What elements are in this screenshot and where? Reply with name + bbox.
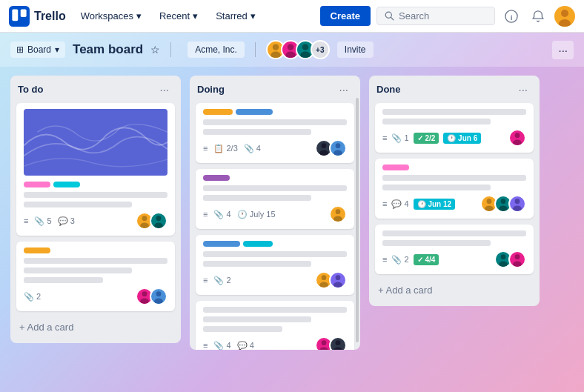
meta-attachments: 📎 4 [213, 210, 230, 219]
card-done-1-footer: ≡ 📎 1 ✓ 2/2 🕐 Jun 6 [382, 129, 526, 147]
card-doing-2[interactable]: ≡ 📎 4 🕐 July 15 [196, 169, 354, 229]
svg-point-28 [336, 209, 341, 214]
card-done-3-footer: ≡ 📎 2 ✓ 4/4 [382, 250, 526, 268]
workspaces-menu[interactable]: Workspaces ▾ [75, 7, 147, 24]
svg-point-41 [485, 206, 494, 212]
text-line [382, 175, 526, 181]
svg-point-32 [336, 275, 341, 280]
label-blue [203, 241, 240, 247]
card-todo-2-text [24, 258, 167, 283]
card-doing-4[interactable]: ≡ 📎 4 💬 4 [196, 301, 354, 350]
card-avatar [329, 271, 347, 289]
svg-point-21 [140, 299, 149, 305]
card-doing-2-footer: ≡ 📎 4 🕐 July 15 [203, 205, 347, 223]
card-todo-1[interactable]: ≡ 📎 5 💬 3 [16, 103, 175, 236]
starred-menu[interactable]: Starred ▾ [210, 7, 262, 24]
search-box[interactable]: Search [376, 7, 495, 25]
meta-attachments: 📎 1 [391, 133, 408, 143]
column-doing-menu[interactable]: ··· [334, 82, 353, 97]
text-line [203, 129, 311, 135]
card-avatar [508, 250, 526, 268]
meta-due-date: 🕐 July 15 [237, 210, 276, 219]
meta-attachments: 📎 2 [24, 292, 41, 302]
add-card-done[interactable]: + Add a card [375, 280, 534, 300]
text-line [382, 119, 491, 124]
column-done-title: Done [376, 84, 401, 95]
workspace-chip[interactable]: Acme, Inc. [188, 41, 245, 58]
recent-menu[interactable]: Recent ▾ [153, 7, 204, 24]
card-done-2-footer: ≡ 💬 4 🕐 Jun 12 [382, 195, 526, 213]
card-image [24, 109, 167, 176]
svg-point-12 [285, 52, 296, 58]
card-done-2[interactable]: ≡ 💬 4 🕐 Jun 12 [375, 159, 534, 219]
text-line [382, 230, 526, 236]
card-todo-2-footer: 📎 2 [24, 288, 167, 305]
meta-attachments: 📎 2 [213, 276, 230, 285]
svg-point-25 [319, 150, 328, 156]
card-doing-2-labels [203, 175, 347, 181]
meta-list: ≡ [203, 276, 208, 285]
svg-point-45 [513, 206, 522, 212]
svg-point-31 [319, 282, 328, 288]
notifications-button[interactable] [528, 6, 548, 27]
card-done-1-meta: ≡ 📎 1 ✓ 2/2 🕐 Jun 6 [382, 133, 481, 144]
add-card-todo[interactable]: + Add a card [16, 317, 175, 337]
separator [170, 42, 171, 57]
navbar: Trello Workspaces ▾ Recent ▾ Starred ▾ C… [0, 0, 584, 33]
card-doing-3[interactable]: ≡ 📎 2 [196, 235, 354, 295]
extra-members-badge[interactable]: +3 [311, 40, 330, 59]
page-title: Team board [73, 42, 143, 57]
svg-point-36 [336, 340, 341, 345]
card-done-1[interactable]: ≡ 📎 1 ✓ 2/2 🕐 Jun 6 [375, 103, 534, 153]
card-avatars [480, 195, 526, 213]
meta-list: ≡ [382, 255, 387, 264]
more-button[interactable]: ··· [552, 41, 574, 59]
invite-button[interactable]: Invite [337, 41, 374, 58]
card-meta: ≡ 📎 5 💬 3 [24, 216, 75, 226]
label-blue [236, 109, 273, 115]
card-avatars [136, 212, 167, 230]
info-button[interactable]: i [501, 6, 522, 27]
svg-point-38 [515, 133, 520, 138]
card-doing-1[interactable]: ≡ 📋 2/3 📎 4 [196, 103, 354, 163]
card-done-3[interactable]: ≡ 📎 2 ✓ 4/4 [375, 225, 534, 274]
column-todo-header: To do ··· [16, 82, 175, 97]
board-view-icon: ⊞ [16, 44, 24, 55]
meta-list: ≡ [203, 210, 208, 219]
text-line [382, 109, 526, 115]
board-view-label: Board [27, 44, 51, 55]
meta-attachments: 📎 5 [34, 216, 51, 226]
svg-rect-2 [21, 9, 27, 17]
card-avatar [150, 288, 167, 305]
info-icon: i [505, 10, 518, 23]
column-todo-menu[interactable]: ··· [155, 82, 173, 97]
svg-point-11 [288, 44, 293, 50]
create-button[interactable]: Create [320, 6, 371, 26]
meta-list: ≡ [382, 199, 387, 208]
svg-point-22 [156, 291, 162, 296]
svg-point-29 [334, 216, 342, 222]
text-line [24, 258, 167, 264]
label-yellow [203, 109, 233, 115]
svg-point-14 [300, 52, 311, 58]
svg-point-46 [501, 254, 506, 259]
meta-list: ≡ [24, 216, 28, 225]
column-done-menu[interactable]: ··· [514, 82, 532, 97]
card-doing-3-text [203, 251, 347, 267]
meta-checklist: 📋 2/3 [213, 144, 237, 153]
board-view-button[interactable]: ⊞ Board ▾ [10, 41, 65, 58]
star-button[interactable]: ☆ [150, 44, 160, 56]
user-avatar[interactable] [554, 6, 575, 27]
text-line [203, 316, 311, 322]
trello-logo[interactable]: Trello [9, 6, 66, 27]
card-avatar [508, 195, 526, 213]
column-done: Done ··· ≡ 📎 1 ✓ 2/2 🕐 Jun 6 [369, 76, 540, 306]
svg-rect-0 [9, 6, 30, 27]
badge-due-date: 🕐 Jun 12 [414, 199, 455, 210]
svg-point-9 [273, 44, 279, 50]
card-todo-2[interactable]: 📎 2 [16, 242, 175, 311]
search-icon [385, 11, 394, 21]
text-line [203, 326, 282, 332]
card-avatars [136, 288, 167, 305]
text-line [203, 195, 311, 201]
